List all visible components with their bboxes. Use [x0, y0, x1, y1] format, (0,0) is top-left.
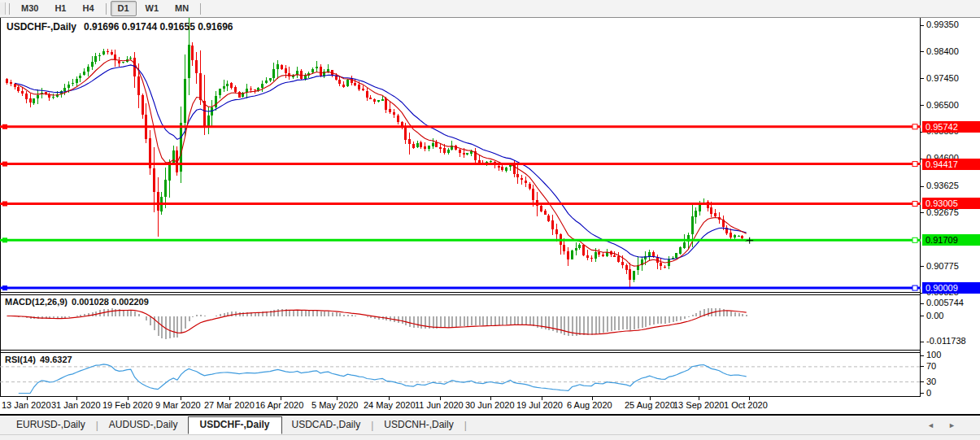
timeframe-button-h1[interactable]: H1 [47, 1, 73, 16]
date-tick-label: 9 Mar 2020 [155, 400, 201, 410]
timeframe-toolbar: M30H1H4D1W1MN [0, 0, 980, 18]
price-tick-label: 0.93625 [926, 181, 959, 191]
price-tick-label: 0.99350 [926, 20, 959, 30]
macd-values: 0.001028 0.002209 [72, 297, 149, 307]
rsi-tick-label: 0 [926, 388, 931, 399]
date-tick-label: 1 Oct 2020 [724, 400, 768, 410]
price-tick-label: 0.97450 [926, 73, 959, 84]
date-tick-label: 13 Jan 2020 [2, 400, 51, 410]
macd-tick-label: -0.011738 [926, 336, 966, 346]
price-tick-label: 0.98400 [926, 46, 959, 57]
rsi-tick-label: 30 [926, 377, 936, 387]
chart-title: USDCHF-,Daily0.91696 0.91744 0.91655 0.9… [7, 21, 233, 33]
chart-tabs: EURUSD-,Daily|AUDUSD-,DailyUSDCHF-,Daily… [0, 416, 980, 435]
price-level-label[interactable]: 0.91709 [922, 234, 980, 246]
price-tick-label: 0.96500 [926, 100, 959, 111]
date-tick-label: 6 Aug 2020 [567, 400, 612, 410]
price-tick-label: 0.90775 [926, 261, 959, 272]
macd-name: MACD(12,26,9) [5, 297, 68, 307]
toolbar-separator [200, 3, 201, 15]
chart-tab-bar: EURUSD-,Daily|AUDUSD-,DailyUSDCHF-,Daily… [0, 414, 980, 440]
tab-usdchf[interactable]: USDCHF-,Daily [188, 416, 282, 434]
rsi-name: RSI(14) [5, 355, 36, 364]
price-level-label[interactable]: 0.93005 [922, 198, 980, 209]
symbol-period-label: USDCHF-,Daily [7, 21, 76, 33]
toolbar-separator [9, 3, 10, 15]
price-chart-canvas[interactable] [0, 0, 980, 414]
macd-tick-label: 0.005744 [926, 298, 964, 308]
tab-scroll-left-icon[interactable]: ◄ [927, 421, 934, 429]
timeframe-button-m30[interactable]: M30 [14, 1, 46, 16]
ohlc-values: 0.91696 0.91744 0.91655 0.91696 [84, 21, 233, 33]
date-tick-label: 16 Apr 2020 [255, 400, 303, 410]
rsi-tick-label: 100 [926, 350, 941, 360]
toolbar-separator [106, 3, 107, 15]
date-tick-label: 11 Jun 2020 [415, 400, 464, 410]
price-level-label[interactable]: 0.95742 [922, 121, 980, 133]
date-tick-label: 30 Jun 2020 [465, 400, 515, 410]
date-tick-label: 19 Feb 2020 [102, 400, 153, 410]
date-tick-label: 19 Jul 2020 [516, 400, 563, 410]
date-tick-label: 5 May 2020 [311, 400, 358, 410]
tab-usdcad[interactable]: USDCAD-,Daily [282, 416, 371, 433]
timeframe-button-mn[interactable]: MN [168, 1, 196, 16]
tab-usdcnh[interactable]: USDCNH-,Daily [374, 416, 463, 433]
macd-label: MACD(12,26,9)0.001028 0.002209 [5, 297, 149, 307]
price-level-label[interactable]: 0.94417 [922, 159, 980, 170]
rsi-value: 49.6327 [40, 355, 72, 364]
rsi-label: RSI(14)49.6327 [5, 355, 72, 364]
price-level-label[interactable]: 0.90009 [922, 282, 980, 294]
date-tick-label: 27 Mar 2020 [204, 400, 255, 410]
tab-eurusd[interactable]: EURUSD-,Daily [7, 416, 95, 433]
date-tick-label: 25 Aug 2020 [625, 400, 675, 410]
timeframe-button-w1[interactable]: W1 [138, 1, 167, 16]
date-tick-label: 24 May 2020 [364, 400, 416, 410]
date-tick-label: 31 Jan 2020 [51, 400, 101, 410]
timeframe-button-d1[interactable]: D1 [111, 1, 137, 16]
timeframe-button-partial[interactable] [0, 2, 6, 15]
date-tick-label: 13 Sep 2020 [673, 400, 724, 410]
tab-separator: | [464, 420, 468, 431]
tab-audusd[interactable]: AUDUSD-,Daily [99, 416, 188, 433]
macd-tick-label: 0.00 [926, 311, 943, 321]
tab-scroll-right-icon[interactable]: ► [948, 421, 956, 429]
rsi-tick-label: 70 [926, 361, 936, 372]
timeframe-button-h4[interactable]: H4 [75, 1, 101, 16]
